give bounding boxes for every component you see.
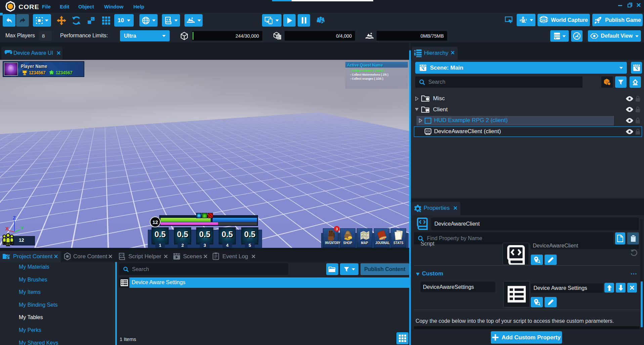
svg-text:Z: Z xyxy=(13,216,16,221)
svg-text:Y: Y xyxy=(20,225,24,231)
svg-text:X: X xyxy=(5,226,9,231)
